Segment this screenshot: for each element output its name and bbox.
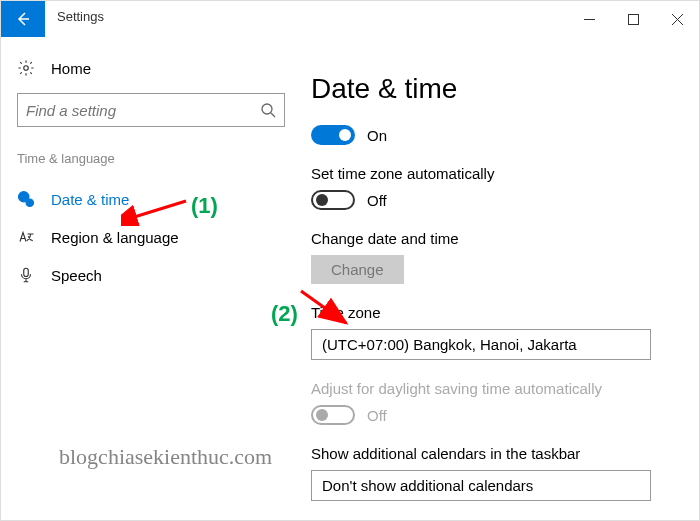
svg-point-4 bbox=[24, 66, 29, 71]
label-change-datetime: Change date and time bbox=[311, 230, 699, 247]
nav-label: Date & time bbox=[51, 191, 129, 208]
title-bar: Settings bbox=[1, 1, 699, 37]
close-button[interactable] bbox=[655, 1, 699, 37]
clock-globe-icon bbox=[17, 190, 35, 208]
svg-point-8 bbox=[26, 199, 34, 207]
toggle-auto-timezone[interactable] bbox=[311, 190, 355, 210]
page-title: Date & time bbox=[311, 73, 699, 105]
nav-label: Region & language bbox=[51, 229, 179, 246]
close-icon bbox=[672, 14, 683, 25]
label-timezone: Time zone bbox=[311, 304, 699, 321]
toggle-dst-state: Off bbox=[367, 407, 387, 424]
label-auto-timezone: Set time zone automatically bbox=[311, 165, 699, 182]
toggle-auto-time-state: On bbox=[367, 127, 387, 144]
search-box[interactable] bbox=[17, 93, 285, 127]
maximize-button[interactable] bbox=[611, 1, 655, 37]
gear-icon bbox=[17, 59, 35, 77]
section-title: Time & language bbox=[17, 151, 285, 166]
nav-date-time[interactable]: Date & time bbox=[17, 180, 285, 218]
home-label: Home bbox=[51, 60, 91, 77]
timezone-dropdown[interactable]: (UTC+07:00) Bangkok, Hanoi, Jakarta bbox=[311, 329, 651, 360]
nav-speech[interactable]: Speech bbox=[17, 256, 285, 294]
calendars-dropdown[interactable]: Don't show additional calendars bbox=[311, 470, 651, 501]
label-additional-calendars: Show additional calendars in the taskbar bbox=[311, 445, 699, 462]
label-dst: Adjust for daylight saving time automati… bbox=[311, 380, 699, 397]
svg-point-5 bbox=[262, 104, 272, 114]
back-button[interactable] bbox=[1, 1, 45, 37]
toggle-auto-time[interactable] bbox=[311, 125, 355, 145]
main-panel: Date & time On Set time zone automatical… bbox=[301, 37, 699, 520]
minimize-icon bbox=[584, 14, 595, 25]
svg-rect-1 bbox=[628, 14, 638, 24]
language-icon bbox=[17, 228, 35, 246]
microphone-icon bbox=[17, 266, 35, 284]
search-icon bbox=[260, 102, 276, 118]
sidebar: Home Time & language Date & time Region … bbox=[1, 37, 301, 520]
window-title: Settings bbox=[45, 1, 116, 37]
minimize-button[interactable] bbox=[567, 1, 611, 37]
toggle-auto-timezone-state: Off bbox=[367, 192, 387, 209]
nav-region-language[interactable]: Region & language bbox=[17, 218, 285, 256]
search-input[interactable] bbox=[26, 102, 260, 119]
svg-line-6 bbox=[271, 113, 275, 117]
nav-label: Speech bbox=[51, 267, 102, 284]
toggle-dst bbox=[311, 405, 355, 425]
maximize-icon bbox=[628, 14, 639, 25]
home-button[interactable]: Home bbox=[17, 55, 285, 93]
svg-rect-9 bbox=[24, 268, 29, 276]
arrow-left-icon bbox=[15, 11, 31, 27]
change-button[interactable]: Change bbox=[311, 255, 404, 284]
